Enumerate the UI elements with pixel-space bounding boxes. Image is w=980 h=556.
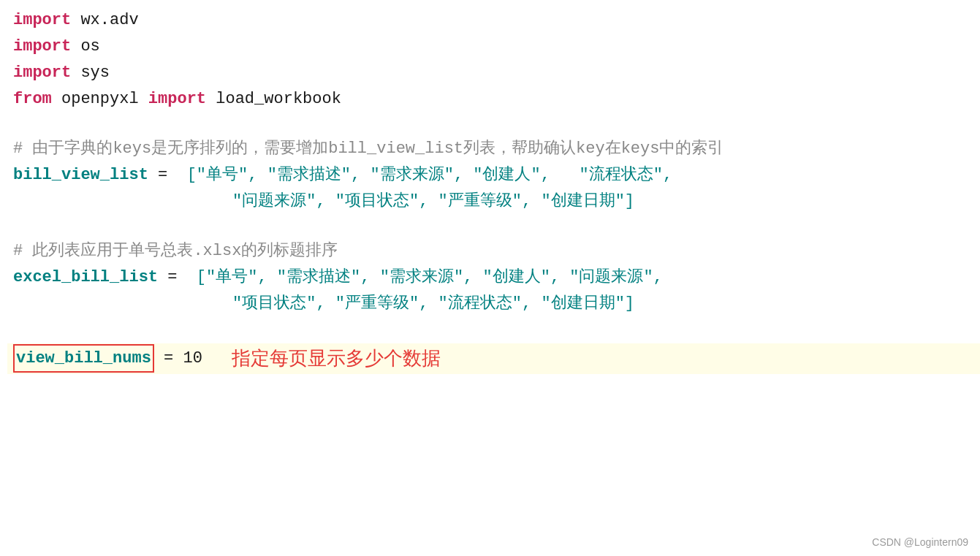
spacer-3 [7,317,980,340]
spacer-2 [7,215,980,238]
assign-op-3: = [164,349,183,368]
code-editor: import wx.adv import os import sys from … [0,0,980,556]
comment-line-2: # 此列表应用于单号总表.xlsx的列标题排序 [7,238,980,264]
code-line-4: from openpyxl import load_workbook [7,86,980,113]
assign-op-2: = [158,264,187,290]
keyword-import-3: import [13,60,71,85]
code-line-3: import sys [7,60,980,86]
code-line-2: import os [7,34,980,60]
keyword-from: from [13,86,52,112]
var-bill-view-list: bill_view_list [13,162,148,188]
module-sys: sys [71,60,110,85]
string-val-2b: "项目状态", "严重等级", "流程状态", "创建日期"] [232,291,634,316]
keyword-import-2: import [13,34,71,59]
string-val-1a: ["单号", "需求描述", "需求来源", "创建人", "流程状态", [177,162,672,188]
keyword-import-1: import [13,7,71,33]
highlight-box: view_bill_nums [13,344,154,373]
value-10: 10 [183,349,202,368]
code-line-6a: excel_bill_list = ["单号", "需求描述", "需求来源",… [7,264,980,291]
string-val-1b: "问题来源", "项目状态", "严重等级", "创建日期"] [232,188,634,214]
code-line-5b: "问题来源", "项目状态", "严重等级", "创建日期"] [7,188,980,215]
var-excel-bill-list: excel_bill_list [13,264,158,290]
keyword-import-4: import [148,86,206,112]
highlighted-var-block: view_bill_nums = 10 [13,344,202,373]
module-openpyxl: openpyxl [52,86,148,112]
module-os: os [71,34,100,59]
code-line-6b: "项目状态", "严重等级", "流程状态", "创建日期"] [7,291,980,317]
watermark: CSDN @Logintern09 [872,534,968,550]
var-view-bill-nums: view_bill_nums [16,349,151,368]
comment-text-1: # 由于字典的keys是无序排列的，需要增加bill_view_list列表，帮… [13,136,723,161]
spacer-1 [7,113,980,136]
annotation-text: 指定每页显示多少个数据 [232,343,441,374]
code-line-1: import wx.adv [7,7,980,34]
assign-op-1: = [148,162,178,188]
string-val-2a: ["单号", "需求描述", "需求来源", "创建人", "问题来源", [187,264,663,290]
module-wxadv: wx.adv [71,7,138,33]
code-line-7: view_bill_nums = 10 指定每页显示多少个数据 [7,343,980,374]
code-line-5a: bill_view_list = ["单号", "需求描述", "需求来源", … [7,162,980,188]
comment-text-2: # 此列表应用于单号总表.xlsx的列标题排序 [13,238,338,264]
comment-line-1: # 由于字典的keys是无序排列的，需要增加bill_view_list列表，帮… [7,136,980,162]
func-load-workbook: load_workbook [206,86,341,112]
